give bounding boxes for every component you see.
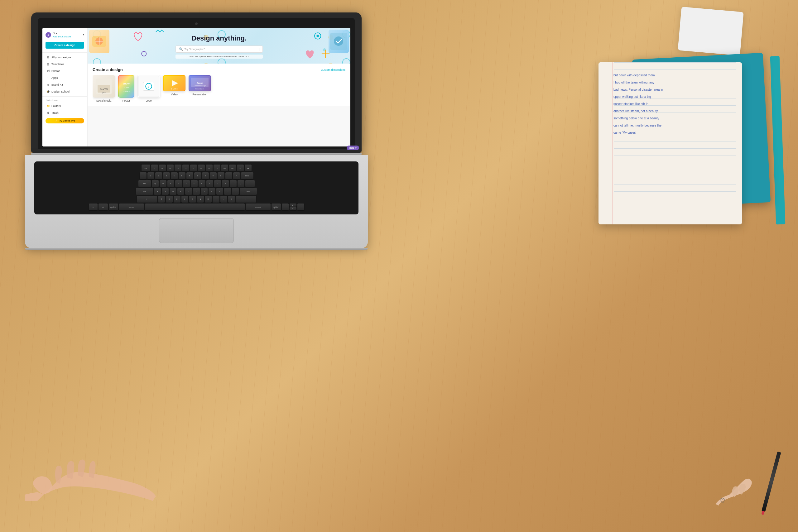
key-m[interactable]: M [205,196,212,203]
help-button[interactable]: Help ? [347,146,350,147]
key-a[interactable]: A [154,188,161,195]
user-sub-text[interactable]: Add your picture [53,35,83,38]
sidebar-item-all-designs[interactable]: ⊞ All your designs [42,54,87,61]
key-f1[interactable]: F1 [151,165,158,171]
key-option[interactable]: option [109,204,118,210]
key-eject[interactable]: ⏏ [245,165,251,171]
key-2[interactable]: 2 [155,172,162,179]
key-shift-left[interactable]: ⇧ [137,196,157,203]
key-f4[interactable]: F4 [174,165,182,171]
key-4[interactable]: 4 [171,172,178,179]
key-backslash[interactable]: \ [245,180,255,187]
design-card-poster[interactable]: SHOW YOUR COLORS Poster [118,75,134,102]
key-lbracket[interactable]: [ [230,180,236,187]
key-o[interactable]: O [214,180,221,187]
design-card-logo[interactable]: L Logo [137,75,160,102]
key-arrow-down[interactable]: ▼ [290,207,297,210]
key-x[interactable]: X [166,196,173,203]
key-w[interactable]: W [159,180,167,187]
key-minus[interactable]: - [225,172,232,179]
key-v[interactable]: V [182,196,188,203]
key-comma[interactable]: , [213,196,220,203]
key-equals[interactable]: = [233,172,240,179]
key-tab[interactable]: tab [138,180,151,187]
key-arrow-up[interactable]: ▲ [290,204,297,207]
try-canva-pro-button[interactable]: ✨ Try Canva Pro [45,118,84,124]
key-slash[interactable]: / [228,196,235,203]
key-f5[interactable]: F5 [182,165,189,171]
key-r[interactable]: R [175,180,182,187]
design-card-presentation[interactable]: Canva Graphic Design Presentation Presen… [189,75,211,102]
key-e[interactable]: E [167,180,174,187]
key-g[interactable]: G [185,188,192,195]
key-fn[interactable]: fn [89,204,98,210]
trackpad[interactable] [159,218,234,243]
key-delete[interactable]: delete [241,172,253,179]
key-control[interactable]: ctrl [98,204,108,210]
custom-dimensions-link[interactable]: Custom dimensions [321,68,345,71]
key-command-right[interactable]: command [246,204,270,210]
key-f[interactable]: F [177,188,184,195]
key-apostrophe[interactable]: ' [232,188,239,195]
key-p[interactable]: P [222,180,229,187]
key-f2[interactable]: F2 [159,165,166,171]
key-q[interactable]: Q [152,180,159,187]
create-design-button[interactable]: Create a design [45,42,84,49]
covid-info-banner[interactable]: Stop the spread. Help share information … [175,55,263,59]
key-d[interactable]: D [170,188,176,195]
key-3[interactable]: 3 [163,172,170,179]
key-f10[interactable]: F10 [221,165,228,171]
key-f8[interactable]: F8 [206,165,213,171]
canva-screen[interactable]: J Jra Add your picture ▾ Create a design [42,28,350,147]
key-9[interactable]: 9 [210,172,217,179]
key-capslock[interactable]: caps [136,188,153,195]
key-y[interactable]: Y [191,180,197,187]
key-return[interactable]: return [240,188,257,195]
key-j[interactable]: J [201,188,208,195]
design-card-video[interactable]: ▶ Video Video [163,75,186,102]
key-f9[interactable]: F9 [213,165,221,171]
key-period[interactable]: . [221,196,227,203]
sidebar-item-trash[interactable]: 🗑 Trash [42,109,87,116]
key-5[interactable]: 5 [178,172,186,179]
key-n[interactable]: N [197,196,204,203]
key-f7[interactable]: F7 [198,165,205,171]
sidebar-item-apps[interactable]: ⋯ Apps [42,75,87,81]
key-f12[interactable]: F12 [237,165,244,171]
key-z[interactable]: Z [158,196,165,203]
key-b[interactable]: B [189,196,196,203]
sidebar-item-folders[interactable]: 📁 Folders [42,102,87,109]
key-s[interactable]: S [162,188,169,195]
sidebar-item-templates[interactable]: ▤ Templates [42,61,87,68]
key-u[interactable]: U [198,180,205,187]
key-6[interactable]: 6 [186,172,193,179]
key-8[interactable]: 8 [202,172,209,179]
key-esc[interactable]: esc [141,165,150,171]
key-spacebar[interactable] [145,204,245,210]
key-7[interactable]: 7 [194,172,201,179]
key-command-left[interactable]: command [119,204,144,210]
key-k[interactable]: K [209,188,215,195]
key-f6[interactable]: F6 [190,165,197,171]
key-semicolon[interactable]: ; [224,188,231,195]
sidebar-item-photos[interactable]: 🖼 Photos [42,68,87,75]
sidebar-item-design-school[interactable]: 🎓 Design School [42,88,87,95]
key-c[interactable]: C [174,196,180,203]
key-backtick[interactable]: ~ [140,172,147,179]
key-i[interactable]: I [206,180,213,187]
sidebar-item-brand-kit[interactable]: ◈ Brand Kit [42,81,87,88]
sidebar-user-area[interactable]: J Jra Add your picture ▾ [42,31,87,39]
key-arrow-right[interactable]: → [297,204,304,210]
hero-search-bar[interactable]: 🔍 Try "Infographic" [175,45,263,53]
key-1[interactable]: 1 [148,172,154,179]
key-f3[interactable]: F3 [167,165,174,171]
key-shift-right[interactable]: ⇧ [236,196,256,203]
key-arrow-left[interactable]: ← [282,204,289,210]
key-option-right[interactable]: option [271,204,281,210]
key-0[interactable]: 0 [217,172,225,179]
design-card-social-media[interactable]: SHOW your Social Media [93,75,115,102]
key-h[interactable]: H [193,188,200,195]
key-rbracket[interactable]: ] [238,180,244,187]
key-t[interactable]: T [183,180,190,187]
key-f11[interactable]: F11 [229,165,236,171]
